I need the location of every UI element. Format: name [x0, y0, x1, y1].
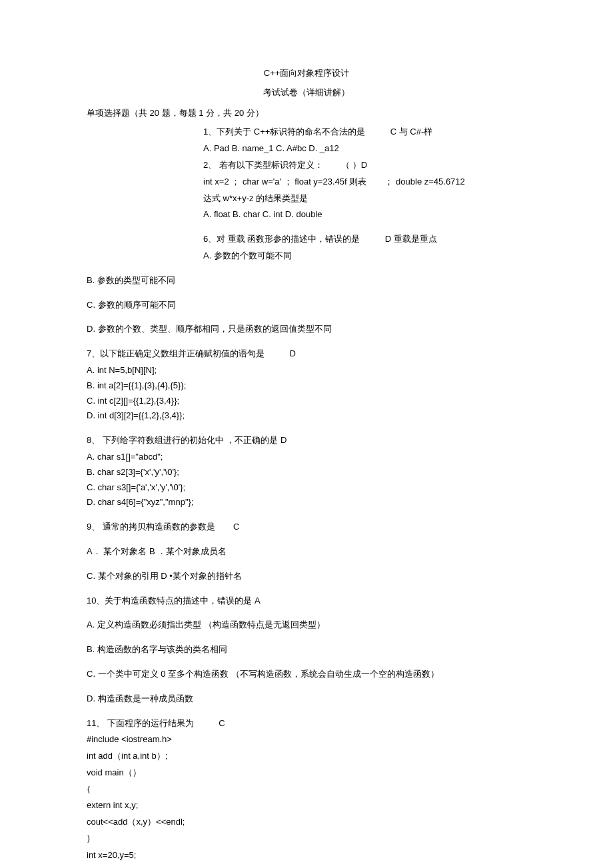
page-title: C++面向对象程序设计 — [87, 67, 526, 81]
q11-code-7: int x=20,y=5; — [87, 849, 526, 863]
q10-optC: C. 一个类中可定义 0 至多个构造函数 （不写构造函数，系统会自动生成一个空的… — [87, 667, 526, 681]
q7-text: 7、以下能正确定义数组并正确赋初值的语句是 D — [87, 347, 526, 361]
q11-code-0: #include <iostream.h> — [87, 733, 526, 747]
q8-optD: D. char s4[6]={"xyz","mnp"}; — [87, 496, 526, 510]
q6-optA: A. 参数的个数可能不同 — [203, 249, 526, 263]
q1-stem: 1、下列关于 C++标识符的命名不合法的是 — [203, 127, 365, 137]
q7-optD: D. int d[3][2]={{1,2},{3,4}}; — [87, 409, 526, 423]
q8-optC: C. char s3[]={'a','x','y','\0'}; — [87, 481, 526, 495]
q8-optB: B. char s2[3]={'x','y','\0'}; — [87, 466, 526, 480]
q10-text: 10、关于构造函数特点的描述中，错误的是 A — [87, 594, 526, 608]
q11-code-2: void main（） — [87, 766, 526, 780]
q6-optC: C. 参数的顺序可能不同 — [87, 298, 526, 312]
q8-text: 8、 下列给字符数组进行的初始化中 ，不正确的是 D — [87, 434, 526, 448]
q2-stem: 2、 若有以下类型标识符定义： — [203, 160, 323, 170]
q1-options: A. Pad B. name_1 C. A#bc D. _a12 — [203, 142, 526, 156]
page-subtitle: 考试试卷（详细讲解） — [87, 86, 526, 100]
q11-text: 11、 下面程序的运行结果为 C — [87, 717, 526, 731]
q2-code-b: ； double z=45.6712 — [384, 177, 464, 187]
q7-optA: A. int N=5,b[N][N]; — [87, 364, 526, 378]
q9-stem: 9、 通常的拷贝构造函数的参数是 — [87, 522, 215, 532]
q10-optA: A. 定义构造函数必须指出类型 （构造函数特点是无返回类型） — [87, 618, 526, 632]
q8-optA: A. char s1[]="abcd"; — [87, 450, 526, 464]
q7-options: A. int N=5,b[N][N]; B. int a[2]={{1},{3}… — [87, 364, 526, 423]
exam-page: C++面向对象程序设计 考试试卷（详细讲解） 单项选择题（共 20 题，每题 1… — [0, 0, 613, 868]
q11-stem: 11、 下面程序的运行结果为 — [87, 718, 194, 728]
q11-code-1: int add（int a,int b）; — [87, 749, 526, 763]
q2-text: 2、 若有以下类型标识符定义： （ ）D — [203, 159, 526, 173]
q2-options: A. float B. char C. int D. double — [203, 208, 526, 222]
q2-code: int x=2 ； char w='a' ； float y=23.45f 则表… — [203, 175, 526, 189]
q11-code-5: cout<<add（x,y）<<endl; — [87, 815, 526, 829]
q6-optB: B. 参数的类型可能不同 — [87, 274, 526, 288]
q8-options: A. char s1[]="abcd"; B. char s2[3]={'x',… — [87, 450, 526, 510]
q11-code-3: { — [87, 783, 526, 797]
q2-code-a: int x=2 ； char w='a' ； float y=23.45f 则表 — [203, 177, 366, 187]
q9-optCD: C. 某个对象的引用 D •某个对象的指针名 — [87, 570, 526, 584]
q11-code-4: extern int x,y; — [87, 799, 526, 813]
q6-stem: 6、对 重载 函数形参的描述中，错误的是 — [203, 234, 360, 244]
q10-optD: D. 构造函数是一种成员函数 — [87, 692, 526, 706]
q10-optB: B. 构造函数的名字与该类的类名相同 — [87, 643, 526, 657]
q11-code-6: } — [87, 832, 526, 846]
q9-optAB: A． 某个对象名 B ．某个对象成员名 — [87, 545, 526, 559]
q2-expr: 达式 w*x+y-z 的结果类型是 — [203, 192, 526, 206]
q9-text: 9、 通常的拷贝构造函数的参数是 C — [87, 520, 526, 534]
q7-optB: B. int a[2]={{1},{3},{4},{5}}; — [87, 379, 526, 393]
q9-answer: C — [233, 522, 239, 532]
q7-optC: C. int c[2][]={{1,2},{3,4}}; — [87, 394, 526, 408]
q11-code-8: int add（int a,int b） — [87, 865, 526, 868]
section-header: 单项选择题（共 20 题，每题 1 分，共 20 分） — [87, 107, 526, 121]
q6-answer: D 重载是重点 — [385, 234, 437, 244]
q7-answer: D — [289, 348, 295, 358]
q7-stem: 7、以下能正确定义数组并正确赋初值的语句是 — [87, 348, 265, 358]
q1-block: 1、下列关于 C++标识符的命名不合法的是 C 与 C#-样 A. Pad B.… — [203, 125, 526, 262]
q2-paren: （ ）D — [341, 160, 367, 170]
q1-answer: C 与 C#-样 — [390, 127, 433, 137]
q6-optD: D. 参数的个数、类型、顺序都相同，只是函数的返回值类型不同 — [87, 322, 526, 336]
q11-answer: C — [219, 718, 225, 728]
q1-text: 1、下列关于 C++标识符的命名不合法的是 C 与 C#-样 — [203, 125, 526, 139]
q6-text: 6、对 重载 函数形参的描述中，错误的是 D 重载是重点 — [203, 232, 526, 246]
